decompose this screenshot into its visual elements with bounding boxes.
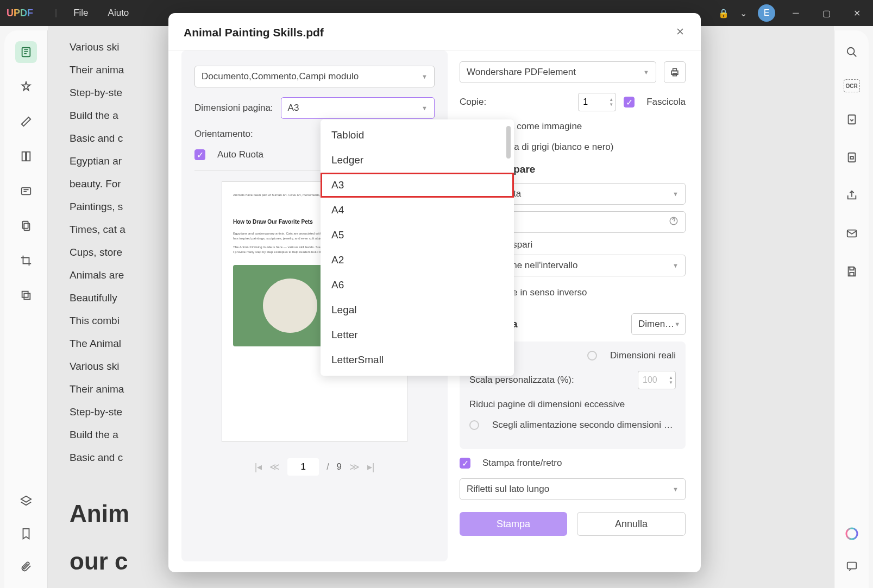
dropdown-item-a2[interactable]: A2 [321,248,514,273]
dropdown-item-lettersmall[interactable]: LetterSmall [321,347,514,372]
print-dialog-backdrop: Animal Painting Skills.pdf Documento,Com… [0,0,873,588]
orientation-label: Orientamento: [194,129,265,140]
printer-settings-button[interactable] [664,61,686,83]
sizing-mode-select[interactable]: Dimen…▼ [631,313,686,335]
paper-source-radio[interactable] [469,420,479,430]
chevron-down-icon: ▼ [422,73,428,80]
page-size-select[interactable]: A3▼ [281,97,435,119]
chevron-down-icon: ▼ [673,262,679,269]
help-icon[interactable] [669,216,679,229]
copies-stepper[interactable]: 1 ▲▼ [578,93,616,111]
pager-last-button[interactable]: ▸| [367,461,375,473]
cancel-button[interactable]: Annulla [577,512,686,536]
print-dialog: Animal Painting Skills.pdf Documento,Com… [168,13,701,572]
paper-source-label: Scegli alimentazione secondo dimensioni … [492,420,673,431]
dropdown-item-a3[interactable]: A3 [321,173,514,198]
actual-size-radio[interactable] [587,351,597,361]
collate-checkbox[interactable]: ✓ [624,97,635,108]
duplex-checkbox[interactable]: ✓ [460,458,470,469]
preview-pager: |◂ ≪ 1 / 9 ≫ ▸| [194,458,435,476]
dropdown-item-letter[interactable]: Letter [321,323,514,347]
shrink-label: Riduci pagine di dimensioni eccessive [469,399,625,410]
duplex-label: Stampa fronte/retro [482,458,562,469]
dropdown-item-a6[interactable]: A6 [321,273,514,298]
chevron-down-icon: ▼ [674,321,680,327]
content-select[interactable]: Documento,Commento,Campi modulo▼ [194,66,435,87]
collate-label: Fascicola [646,97,686,108]
copies-label: Copie: [460,97,570,108]
svg-rect-16 [673,68,677,71]
dropdown-item-a5[interactable]: A5 [321,223,514,248]
dialog-title: Animal Painting Skills.pdf [184,26,324,39]
dropdown-item-legal[interactable]: Legal [321,298,514,323]
printer-select[interactable]: Wondershare PDFelement▼ [460,61,656,83]
dropdown-item-a4[interactable]: A4 [321,198,514,223]
dropdown-item-tabloid[interactable]: Tabloid [321,123,514,148]
chevron-down-icon: ▼ [422,105,428,111]
pager-first-button[interactable]: |◂ [255,461,262,473]
page-size-label: Dimensioni pagina: [194,103,273,113]
pager-prev-button[interactable]: ≪ [269,461,280,473]
dropdown-scrollbar[interactable] [506,126,511,159]
auto-rotate-checkbox[interactable]: ✓ [194,149,205,160]
page-size-dropdown: TabloidLedgerA3A4A5A2A6LegalLetterLetter… [321,119,514,376]
flip-select[interactable]: Rifletti sul lato lungo▼ [460,478,686,500]
pager-current[interactable]: 1 [287,458,319,476]
pager-next-button[interactable]: ≫ [349,461,360,473]
auto-rotate-label: Auto Ruota [217,149,263,160]
custom-scale-label: Scala personalizzata (%): [469,375,630,385]
chevron-down-icon: ▼ [673,191,679,197]
chevron-down-icon: ▼ [643,69,649,75]
custom-scale-stepper[interactable]: 100 ▲▼ [638,371,676,389]
print-button[interactable]: Stampa [460,512,567,536]
dialog-close-button[interactable] [675,26,686,39]
dialog-header: Animal Painting Skills.pdf [168,13,701,50]
chevron-down-icon: ▼ [673,486,679,492]
dropdown-item-ledger[interactable]: Ledger [321,148,514,173]
actual-size-label: Dimensioni reali [610,350,676,361]
